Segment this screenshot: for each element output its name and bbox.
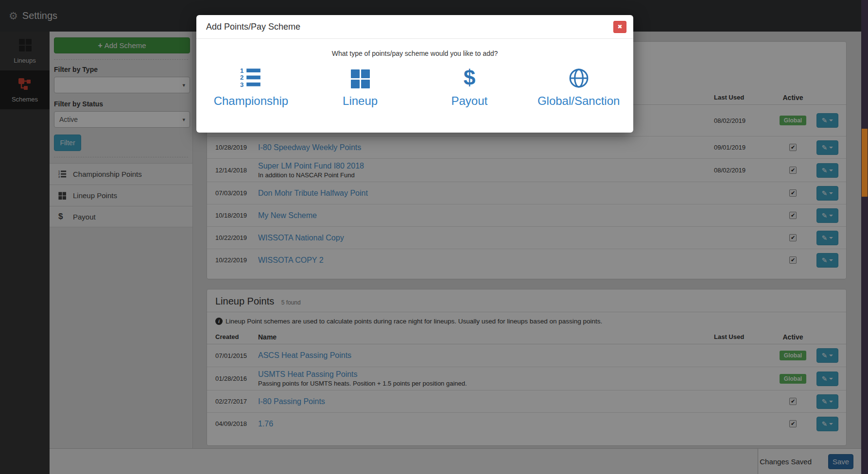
svg-text:2: 2 (240, 74, 243, 81)
scrollbar[interactable] (861, 0, 868, 474)
svg-text:3: 3 (240, 81, 243, 88)
modal-body: What type of points/pay scheme would you… (196, 50, 633, 108)
add-scheme-modal: Add Points/Pay Scheme ✖ What type of poi… (196, 15, 633, 133)
close-button[interactable]: ✖ (613, 21, 626, 33)
globe-icon (569, 67, 589, 88)
option-label: Payout (451, 94, 488, 108)
dollar-icon: $ (464, 67, 475, 88)
option-label: Lineup (343, 94, 378, 108)
close-icon: ✖ (617, 23, 622, 30)
grid-icon (350, 67, 370, 88)
list-ol-icon: 1 2 3 (240, 67, 261, 88)
option-label: Global/Sanction (538, 94, 620, 108)
option-label: Championship (214, 94, 288, 108)
option-payout[interactable]: $ Payout (415, 67, 524, 108)
option-global-sanction[interactable]: Global/Sanction (524, 67, 633, 108)
scrollbar-thumb[interactable] (862, 129, 868, 197)
modal-header: Add Points/Pay Scheme ✖ (196, 15, 633, 39)
option-lineup[interactable]: Lineup (306, 67, 415, 108)
modal-title: Add Points/Pay Scheme (206, 22, 613, 32)
modal-question: What type of points/pay scheme would you… (196, 50, 633, 57)
svg-text:1: 1 (240, 67, 243, 74)
option-championship[interactable]: 1 2 3 Championship (196, 67, 306, 108)
